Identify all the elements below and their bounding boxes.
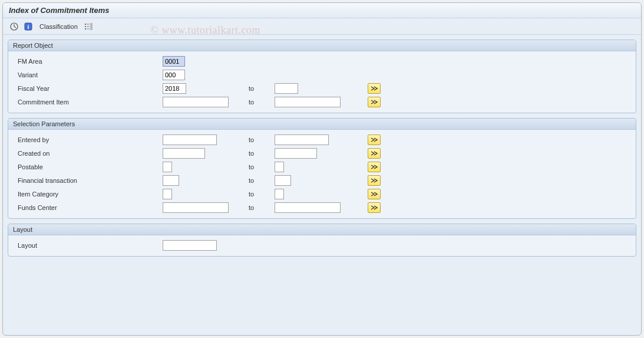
content-area: Report Object FM Area Variant Fiscal Yea…	[3, 35, 641, 266]
input-fiscal-year-to[interactable]	[275, 83, 298, 94]
multi-select-created-on[interactable]	[368, 148, 381, 159]
multi-select-postable[interactable]	[368, 162, 381, 172]
label-layout: Layout	[15, 242, 163, 249]
info-icon[interactable]: i	[23, 21, 34, 32]
svg-rect-5	[85, 24, 86, 25]
input-entered-by-from[interactable]	[163, 134, 217, 145]
hierarchy-icon[interactable]	[84, 21, 94, 32]
label-to-commitment-item: to	[245, 99, 275, 106]
label-fm-area: FM Area	[15, 58, 163, 65]
input-fiscal-year-from[interactable]	[163, 83, 186, 94]
multi-select-item-category[interactable]	[368, 189, 381, 199]
label-item-category: Item Category	[15, 191, 163, 198]
input-item-category-from[interactable]	[163, 189, 172, 199]
svg-rect-6	[85, 26, 86, 27]
classification-button[interactable]: Classification	[37, 23, 80, 30]
main-window: Index of Commitment Items i Classificati…	[2, 2, 642, 336]
label-variant: Variant	[15, 71, 163, 78]
label-to-financial-transaction: to	[245, 177, 275, 184]
input-funds-center-from[interactable]	[163, 202, 229, 213]
label-fiscal-year: Fiscal Year	[15, 85, 163, 92]
svg-rect-7	[85, 28, 86, 29]
label-financial-transaction: Financial transaction	[15, 177, 163, 184]
input-created-on-to[interactable]	[275, 148, 317, 159]
input-created-on-from[interactable]	[163, 148, 205, 159]
execute-icon[interactable]	[9, 21, 19, 32]
input-variant[interactable]	[163, 70, 185, 80]
input-entered-by-to[interactable]	[275, 134, 329, 145]
group-layout: Layout Layout	[8, 224, 636, 257]
label-to-entered-by: to	[245, 136, 275, 143]
svg-line-2	[14, 27, 16, 28]
toolbar: i Classification © www.tutorialkart.com	[3, 18, 641, 35]
label-to-funds-center: to	[245, 204, 275, 211]
multi-select-fiscal-year[interactable]	[368, 83, 381, 94]
group-selection-parameters: Selection Parameters Entered by to Creat…	[8, 118, 636, 219]
input-fm-area[interactable]	[163, 56, 185, 67]
label-entered-by: Entered by	[15, 136, 163, 143]
input-funds-center-to[interactable]	[275, 202, 341, 213]
title-bar: Index of Commitment Items	[3, 3, 641, 18]
label-created-on: Created on	[15, 150, 163, 157]
input-financial-transaction-to[interactable]	[275, 175, 291, 186]
input-item-category-to[interactable]	[275, 189, 284, 199]
label-to-postable: to	[245, 163, 275, 170]
label-to-item-category: to	[245, 191, 275, 198]
input-layout[interactable]	[163, 240, 217, 251]
group-header-layout: Layout	[8, 224, 636, 235]
window-title: Index of Commitment Items	[9, 6, 109, 15]
multi-select-financial-transaction[interactable]	[368, 175, 381, 186]
group-report-object: Report Object FM Area Variant Fiscal Yea…	[8, 40, 636, 113]
input-commitment-item-from[interactable]	[163, 97, 229, 107]
svg-text:i: i	[28, 24, 29, 30]
label-to-fiscal-year: to	[245, 85, 275, 92]
label-funds-center: Funds Center	[15, 204, 163, 211]
input-postable-to[interactable]	[275, 162, 284, 172]
watermark: © www.tutorialkart.com	[150, 24, 260, 37]
input-commitment-item-to[interactable]	[275, 97, 341, 107]
group-header-report-object: Report Object	[8, 40, 636, 51]
label-to-created-on: to	[245, 150, 275, 157]
input-financial-transaction-from[interactable]	[163, 175, 179, 186]
label-commitment-item: Commitment Item	[15, 99, 163, 106]
multi-select-funds-center[interactable]	[368, 202, 381, 213]
multi-select-entered-by[interactable]	[368, 134, 381, 145]
multi-select-commitment-item[interactable]	[368, 97, 381, 107]
input-postable-from[interactable]	[163, 162, 172, 172]
group-header-selection-parameters: Selection Parameters	[8, 119, 636, 130]
label-postable: Postable	[15, 163, 163, 170]
